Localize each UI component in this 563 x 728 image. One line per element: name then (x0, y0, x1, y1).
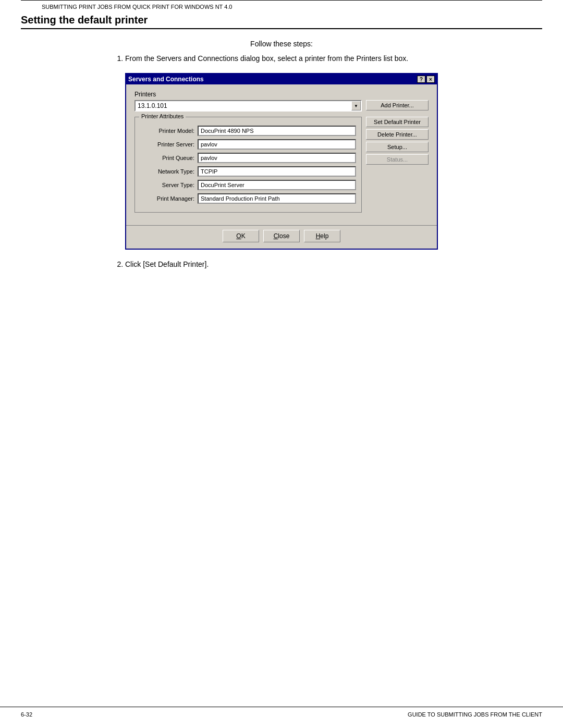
section-heading: Setting the default printer (21, 14, 542, 26)
attr-label-1: Printer Server: (140, 141, 198, 147)
printer-attributes-group: Printer Attributes Printer Model: DocuPr… (134, 117, 362, 213)
ok-label: OK (236, 232, 245, 240)
dialog-titlebar: Servers and Connections ? × (126, 74, 437, 84)
help-button[interactable]: Help (304, 230, 340, 242)
step-1-item: From the Servers and Connections dialog … (125, 54, 542, 63)
content-area: Follow these steps: From the Servers and… (21, 40, 542, 268)
attr-row-4: Server Type: DocuPrint Server (140, 180, 356, 190)
dialog-help-button[interactable]: ? (417, 76, 425, 83)
dialog-wrapper: Servers and Connections ? × Printers 13. (21, 73, 542, 250)
group-box-wrapper: Printer Attributes Printer Model: DocuPr… (134, 117, 362, 219)
printer-row: 13.1.0.101 ▼ Add Printer... (134, 100, 429, 112)
footer-left: 6-32 (21, 711, 32, 718)
page-footer: 6-32 GUIDE TO SUBMITTING JOBS FROM THE C… (0, 707, 563, 718)
set-default-printer-button[interactable]: Set Default Printer (366, 117, 429, 127)
header-text: SUBMITTING PRINT JOBS FROM QUICK PRINT F… (42, 4, 521, 14)
attr-row-0: Printer Model: DocuPrint 4890 NPS (140, 126, 356, 136)
dialog-bottom-buttons: OK Close Help (126, 225, 437, 249)
attr-value-4: DocuPrint Server (198, 180, 356, 190)
attr-label-5: Print Manager: (140, 195, 198, 202)
setup-button[interactable]: Setup... (366, 142, 429, 152)
dialog-close-button[interactable]: × (426, 76, 435, 83)
attr-value-0: DocuPrint 4890 NPS (198, 126, 356, 136)
page-container: SUBMITTING PRINT JOBS FROM QUICK PRINT F… (0, 0, 563, 728)
printer-dropdown-value: 13.1.0.101 (136, 101, 351, 110)
attr-row-3: Network Type: TCPIP (140, 166, 356, 177)
attr-value-5: Standard Production Print Path (198, 193, 356, 204)
close-label: Close (274, 232, 290, 240)
steps-list: From the Servers and Connections dialog … (125, 54, 542, 63)
ok-button[interactable]: OK (223, 230, 259, 242)
attr-label-4: Server Type: (140, 182, 198, 188)
follow-steps-text: Follow these steps: (21, 40, 542, 48)
dialog-body: Printers 13.1.0.101 ▼ Add Printer... (126, 84, 437, 225)
attr-label-2: Print Queue: (140, 155, 198, 161)
step2-list: Click [Set Default Printer]. (125, 260, 542, 268)
printers-label: Printers (134, 91, 429, 98)
group-box-legend: Printer Attributes (139, 113, 186, 119)
step-2-item: Click [Set Default Printer]. (125, 260, 542, 268)
top-rule: SUBMITTING PRINT JOBS FROM QUICK PRINT F… (21, 0, 542, 14)
attr-row-2: Print Queue: pavlov (140, 153, 356, 163)
attribute-fields: Printer Model: DocuPrint 4890 NPS Printe… (140, 126, 356, 204)
attr-value-2: pavlov (198, 153, 356, 163)
footer-right: GUIDE TO SUBMITTING JOBS FROM THE CLIENT (408, 711, 542, 718)
close-dialog-button[interactable]: Close (263, 230, 300, 242)
attr-value-3: TCPIP (198, 166, 356, 177)
status-button[interactable]: Status... (366, 154, 429, 165)
add-printer-button[interactable]: Add Printer... (366, 100, 429, 110)
section-heading-container: Setting the default printer (21, 14, 542, 29)
side-buttons: Add Printer... (366, 100, 429, 112)
dialog-box: Servers and Connections ? × Printers 13. (125, 73, 438, 250)
attr-value-1: pavlov (198, 139, 356, 150)
attr-label-3: Network Type: (140, 168, 198, 175)
help-label: Help (316, 232, 329, 240)
printer-dropdown[interactable]: 13.1.0.101 ▼ (134, 100, 362, 112)
delete-printer-button[interactable]: Delete Printer... (366, 129, 429, 140)
right-side-buttons: Set Default Printer Delete Printer... Se… (366, 117, 429, 219)
titlebar-buttons: ? × (417, 76, 435, 83)
attr-row-5: Print Manager: Standard Production Print… (140, 193, 356, 204)
dropdown-arrow-icon[interactable]: ▼ (351, 101, 361, 110)
dialog-title: Servers and Connections (128, 76, 204, 83)
main-area: Printer Attributes Printer Model: DocuPr… (134, 117, 429, 219)
attr-label-0: Printer Model: (140, 128, 198, 134)
attr-row-1: Printer Server: pavlov (140, 139, 356, 150)
